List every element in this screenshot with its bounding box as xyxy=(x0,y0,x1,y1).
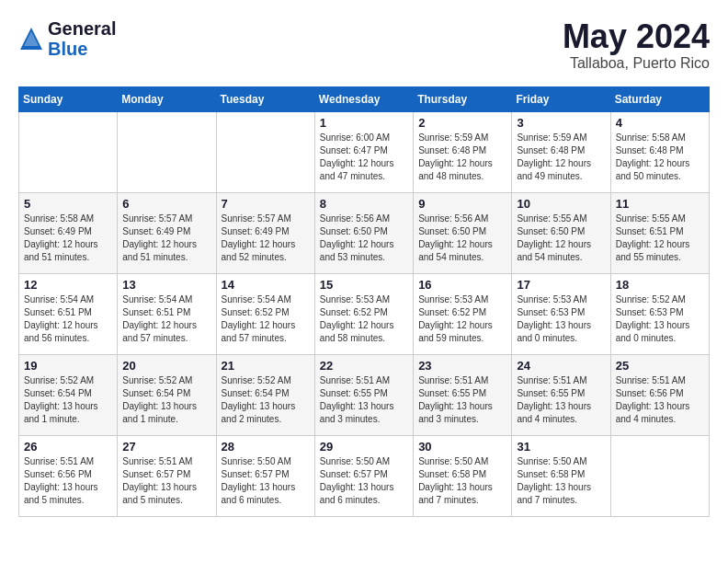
calendar-week-row: 5Sunrise: 5:58 AM Sunset: 6:49 PM Daylig… xyxy=(19,192,710,273)
calendar-cell: 18Sunrise: 5:52 AM Sunset: 6:53 PM Dayli… xyxy=(610,273,709,354)
day-number: 6 xyxy=(122,197,210,211)
calendar-cell: 24Sunrise: 5:51 AM Sunset: 6:55 PM Dayli… xyxy=(512,354,610,435)
day-info: Sunrise: 5:52 AM Sunset: 6:54 PM Dayligh… xyxy=(24,374,112,426)
logo-blue: Blue xyxy=(48,39,116,59)
calendar-cell: 30Sunrise: 5:50 AM Sunset: 6:58 PM Dayli… xyxy=(414,435,512,516)
weekday-row: SundayMondayTuesdayWednesdayThursdayFrid… xyxy=(19,86,710,111)
day-number: 20 xyxy=(122,359,210,373)
day-number: 9 xyxy=(418,197,506,211)
day-number: 12 xyxy=(24,278,112,292)
calendar-cell: 12Sunrise: 5:54 AM Sunset: 6:51 PM Dayli… xyxy=(19,273,118,354)
day-number: 11 xyxy=(616,197,704,211)
day-number: 3 xyxy=(517,116,605,130)
calendar-cell: 29Sunrise: 5:50 AM Sunset: 6:57 PM Dayli… xyxy=(314,435,413,516)
day-number: 19 xyxy=(24,359,112,373)
calendar-cell: 25Sunrise: 5:51 AM Sunset: 6:56 PM Dayli… xyxy=(610,354,709,435)
day-number: 22 xyxy=(320,359,408,373)
calendar-cell: 4Sunrise: 5:58 AM Sunset: 6:48 PM Daylig… xyxy=(610,111,709,192)
day-number: 18 xyxy=(616,278,704,292)
day-info: Sunrise: 5:54 AM Sunset: 6:51 PM Dayligh… xyxy=(24,293,112,345)
calendar-week-row: 1Sunrise: 6:00 AM Sunset: 6:47 PM Daylig… xyxy=(19,111,710,192)
day-number: 15 xyxy=(320,278,408,292)
month-title: May 2024 xyxy=(563,18,710,55)
day-number: 30 xyxy=(418,440,506,454)
day-number: 28 xyxy=(222,440,310,454)
weekday-header: Thursday xyxy=(414,86,512,111)
logo: General Blue xyxy=(18,18,116,59)
day-info: Sunrise: 5:55 AM Sunset: 6:50 PM Dayligh… xyxy=(517,213,605,264)
day-info: Sunrise: 5:50 AM Sunset: 6:58 PM Dayligh… xyxy=(517,455,605,507)
calendar-cell xyxy=(216,111,314,192)
calendar-header: SundayMondayTuesdayWednesdayThursdayFrid… xyxy=(19,86,710,111)
calendar-cell xyxy=(19,111,118,192)
day-info: Sunrise: 5:51 AM Sunset: 6:56 PM Dayligh… xyxy=(616,374,704,426)
day-info: Sunrise: 5:51 AM Sunset: 6:57 PM Dayligh… xyxy=(122,455,210,507)
location-title: Tallaboa, Puerto Rico xyxy=(563,55,710,72)
day-info: Sunrise: 5:54 AM Sunset: 6:51 PM Dayligh… xyxy=(122,293,210,345)
calendar-week-row: 19Sunrise: 5:52 AM Sunset: 6:54 PM Dayli… xyxy=(19,354,710,435)
calendar-cell xyxy=(610,435,709,516)
day-info: Sunrise: 5:58 AM Sunset: 6:49 PM Dayligh… xyxy=(24,213,112,264)
day-info: Sunrise: 5:50 AM Sunset: 6:57 PM Dayligh… xyxy=(222,455,310,507)
calendar-cell: 2Sunrise: 5:59 AM Sunset: 6:48 PM Daylig… xyxy=(414,111,512,192)
day-info: Sunrise: 5:58 AM Sunset: 6:48 PM Dayligh… xyxy=(616,132,704,183)
day-info: Sunrise: 5:56 AM Sunset: 6:50 PM Dayligh… xyxy=(418,213,506,264)
calendar-cell: 15Sunrise: 5:53 AM Sunset: 6:52 PM Dayli… xyxy=(314,273,413,354)
calendar-cell: 10Sunrise: 5:55 AM Sunset: 6:50 PM Dayli… xyxy=(512,192,610,273)
calendar-cell: 26Sunrise: 5:51 AM Sunset: 6:56 PM Dayli… xyxy=(19,435,118,516)
day-info: Sunrise: 5:53 AM Sunset: 6:52 PM Dayligh… xyxy=(320,293,408,345)
page-header: General Blue May 2024 Tallaboa, Puerto R… xyxy=(18,18,710,72)
day-info: Sunrise: 5:54 AM Sunset: 6:52 PM Dayligh… xyxy=(222,293,310,345)
calendar-cell: 3Sunrise: 5:59 AM Sunset: 6:48 PM Daylig… xyxy=(512,111,610,192)
day-number: 8 xyxy=(320,197,408,211)
calendar-body: 1Sunrise: 6:00 AM Sunset: 6:47 PM Daylig… xyxy=(19,111,710,516)
calendar-cell: 16Sunrise: 5:53 AM Sunset: 6:52 PM Dayli… xyxy=(414,273,512,354)
day-info: Sunrise: 5:56 AM Sunset: 6:50 PM Dayligh… xyxy=(320,213,408,264)
calendar-cell: 11Sunrise: 5:55 AM Sunset: 6:51 PM Dayli… xyxy=(610,192,709,273)
calendar-cell: 20Sunrise: 5:52 AM Sunset: 6:54 PM Dayli… xyxy=(118,354,216,435)
calendar-cell: 1Sunrise: 6:00 AM Sunset: 6:47 PM Daylig… xyxy=(314,111,413,192)
weekday-header: Tuesday xyxy=(216,86,314,111)
logo-general: General xyxy=(48,18,116,39)
day-number: 10 xyxy=(517,197,605,211)
day-number: 13 xyxy=(122,278,210,292)
day-info: Sunrise: 5:53 AM Sunset: 6:52 PM Dayligh… xyxy=(418,293,506,345)
calendar-cell: 14Sunrise: 5:54 AM Sunset: 6:52 PM Dayli… xyxy=(216,273,314,354)
day-number: 4 xyxy=(616,116,704,130)
calendar-cell: 9Sunrise: 5:56 AM Sunset: 6:50 PM Daylig… xyxy=(414,192,512,273)
calendar-week-row: 12Sunrise: 5:54 AM Sunset: 6:51 PM Dayli… xyxy=(19,273,710,354)
day-info: Sunrise: 5:51 AM Sunset: 6:56 PM Dayligh… xyxy=(24,455,112,507)
day-info: Sunrise: 5:53 AM Sunset: 6:53 PM Dayligh… xyxy=(517,293,605,345)
day-info: Sunrise: 5:50 AM Sunset: 6:57 PM Dayligh… xyxy=(320,455,408,507)
day-info: Sunrise: 5:59 AM Sunset: 6:48 PM Dayligh… xyxy=(418,132,506,183)
weekday-header: Sunday xyxy=(19,86,118,111)
day-number: 31 xyxy=(517,440,605,454)
day-number: 25 xyxy=(616,359,704,373)
day-info: Sunrise: 6:00 AM Sunset: 6:47 PM Dayligh… xyxy=(320,132,408,183)
day-number: 2 xyxy=(418,116,506,130)
calendar-cell: 21Sunrise: 5:52 AM Sunset: 6:54 PM Dayli… xyxy=(216,354,314,435)
day-number: 29 xyxy=(320,440,408,454)
day-info: Sunrise: 5:59 AM Sunset: 6:48 PM Dayligh… xyxy=(517,132,605,183)
logo-text: General Blue xyxy=(48,18,116,59)
title-block: May 2024 Tallaboa, Puerto Rico xyxy=(563,18,710,72)
calendar-cell: 13Sunrise: 5:54 AM Sunset: 6:51 PM Dayli… xyxy=(118,273,216,354)
calendar-cell: 28Sunrise: 5:50 AM Sunset: 6:57 PM Dayli… xyxy=(216,435,314,516)
day-info: Sunrise: 5:51 AM Sunset: 6:55 PM Dayligh… xyxy=(418,374,506,426)
weekday-header: Wednesday xyxy=(314,86,413,111)
calendar-cell: 23Sunrise: 5:51 AM Sunset: 6:55 PM Dayli… xyxy=(414,354,512,435)
logo-icon xyxy=(18,26,44,52)
day-info: Sunrise: 5:50 AM Sunset: 6:58 PM Dayligh… xyxy=(418,455,506,507)
weekday-header: Monday xyxy=(118,86,216,111)
day-info: Sunrise: 5:57 AM Sunset: 6:49 PM Dayligh… xyxy=(222,213,310,264)
day-info: Sunrise: 5:57 AM Sunset: 6:49 PM Dayligh… xyxy=(122,213,210,264)
day-number: 1 xyxy=(320,116,408,130)
day-number: 24 xyxy=(517,359,605,373)
day-number: 7 xyxy=(222,197,310,211)
calendar-cell: 31Sunrise: 5:50 AM Sunset: 6:58 PM Dayli… xyxy=(512,435,610,516)
day-number: 17 xyxy=(517,278,605,292)
day-info: Sunrise: 5:51 AM Sunset: 6:55 PM Dayligh… xyxy=(517,374,605,426)
calendar-cell: 8Sunrise: 5:56 AM Sunset: 6:50 PM Daylig… xyxy=(314,192,413,273)
day-number: 16 xyxy=(418,278,506,292)
day-info: Sunrise: 5:52 AM Sunset: 6:54 PM Dayligh… xyxy=(222,374,310,426)
